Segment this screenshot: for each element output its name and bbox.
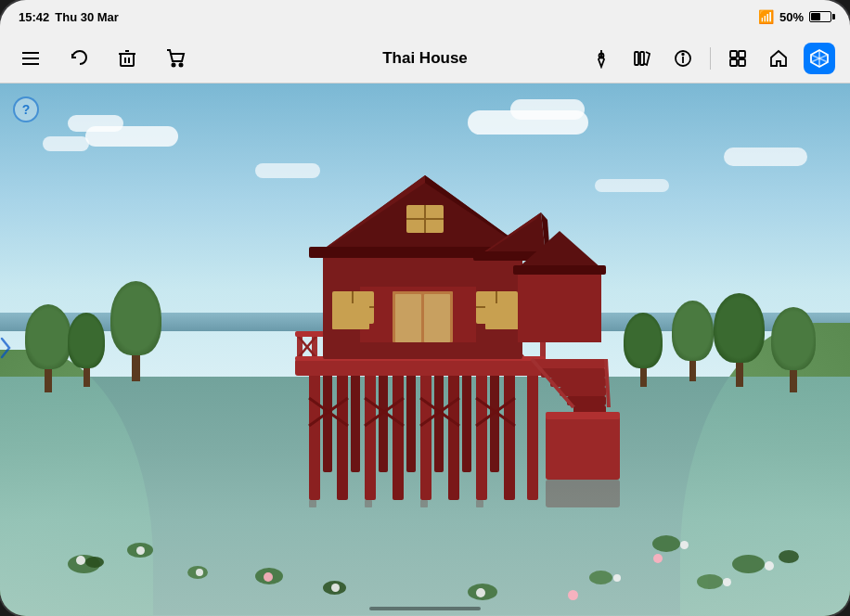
3d-scene[interactable]: ? (0, 83, 850, 616)
svg-point-8 (173, 63, 175, 66)
home-indicator (369, 607, 481, 610)
svg-rect-35 (490, 370, 499, 472)
svg-point-9 (180, 63, 183, 66)
svg-rect-29 (323, 370, 332, 472)
pink-lily-1 (264, 572, 273, 582)
home-button[interactable] (763, 43, 794, 74)
lily-flower-2 (136, 546, 145, 555)
help-icon: ? (22, 102, 31, 117)
svg-rect-16 (730, 51, 737, 58)
toolbar-left (15, 43, 191, 74)
lily-pad-8 (697, 574, 723, 589)
battery-icon (809, 11, 831, 22)
svg-rect-93 (395, 294, 421, 342)
svg-rect-34 (462, 370, 471, 472)
status-right: 📶 50% (758, 9, 831, 24)
svg-rect-33 (434, 370, 444, 472)
toolbar-right (586, 43, 835, 74)
svg-rect-107 (541, 368, 606, 378)
wifi-icon: 📶 (758, 9, 774, 24)
svg-line-113 (606, 359, 609, 407)
cart-button[interactable] (160, 43, 191, 74)
svg-rect-109 (560, 387, 606, 396)
lily-flower-7 (765, 561, 774, 571)
lily-flower-3 (196, 569, 203, 576)
layers-button[interactable] (722, 43, 753, 74)
lily-flower-5 (476, 588, 485, 597)
svg-rect-23 (393, 370, 404, 500)
time: 15:42 (19, 10, 49, 24)
delete-button[interactable] (111, 43, 143, 74)
svg-rect-30 (351, 370, 360, 472)
date: Thu 30 Mar (55, 10, 119, 24)
status-bar: 15:42 Thu 30 Mar 📶 50% (0, 0, 850, 33)
svg-rect-21 (337, 370, 348, 500)
cloud-1c (43, 136, 89, 151)
tree-bg-right-2 (714, 293, 765, 387)
cloud-3 (724, 148, 807, 166)
svg-rect-26 (476, 370, 487, 500)
svg-rect-115 (546, 412, 620, 419)
tree-bg-right-3 (672, 301, 714, 381)
svg-rect-3 (121, 54, 134, 66)
undo-button[interactable] (63, 43, 95, 74)
info-button[interactable] (667, 43, 699, 74)
svg-rect-101 (332, 303, 369, 329)
svg-point-15 (682, 53, 684, 55)
svg-rect-102 (485, 303, 522, 329)
svg-rect-116 (546, 480, 620, 507)
tree-bg-1 (25, 304, 71, 392)
help-button[interactable]: ? (13, 96, 39, 122)
svg-rect-119 (420, 500, 428, 507)
svg-rect-22 (365, 370, 376, 500)
status-left: 15:42 Thu 30 Mar (19, 10, 119, 24)
svg-rect-20 (309, 370, 320, 500)
toolbar-title: Thai House (382, 49, 468, 68)
svg-rect-44 (295, 359, 550, 376)
svg-rect-17 (739, 51, 745, 58)
svg-rect-19 (739, 59, 745, 66)
svg-rect-25 (448, 370, 459, 500)
cloud-2b (510, 99, 585, 120)
toolbar: Thai House (0, 33, 850, 83)
menu-button[interactable] (15, 43, 46, 74)
tree-bg-3 (110, 281, 161, 381)
tree-bg-2 (68, 313, 105, 387)
svg-rect-31 (379, 370, 388, 472)
svg-rect-118 (365, 500, 372, 507)
3d-view-button[interactable] (804, 43, 835, 74)
pin-button[interactable] (586, 43, 617, 74)
svg-rect-24 (420, 370, 431, 500)
svg-rect-32 (406, 370, 416, 472)
lily-pad-11 (652, 535, 680, 552)
svg-rect-117 (309, 500, 316, 507)
lily-flower-9 (613, 574, 621, 582)
svg-rect-18 (730, 59, 737, 66)
library-button[interactable] (626, 43, 658, 74)
toolbar-divider-1 (710, 47, 711, 70)
tree-bg-right-1 (771, 307, 816, 392)
svg-rect-11 (635, 52, 638, 65)
side-expand-arrow[interactable] (0, 334, 13, 366)
svg-rect-120 (476, 500, 483, 507)
svg-rect-105 (513, 265, 606, 275)
ipad-frame: 15:42 Thu 30 Mar 📶 50% (0, 0, 850, 616)
svg-rect-103 (518, 268, 601, 342)
battery-percent: 50% (779, 10, 804, 24)
thai-house-svg (212, 157, 638, 509)
svg-rect-28 (527, 370, 538, 500)
svg-rect-27 (504, 370, 515, 500)
lily-pad-10 (779, 550, 799, 563)
svg-rect-94 (424, 294, 450, 342)
svg-rect-108 (550, 378, 606, 387)
svg-rect-106 (532, 359, 606, 368)
lily-pad-12 (589, 571, 612, 584)
cloud-1b (68, 115, 123, 132)
pink-lily-2 (568, 590, 578, 600)
svg-rect-114 (546, 415, 620, 480)
main-content: ? (0, 83, 850, 616)
